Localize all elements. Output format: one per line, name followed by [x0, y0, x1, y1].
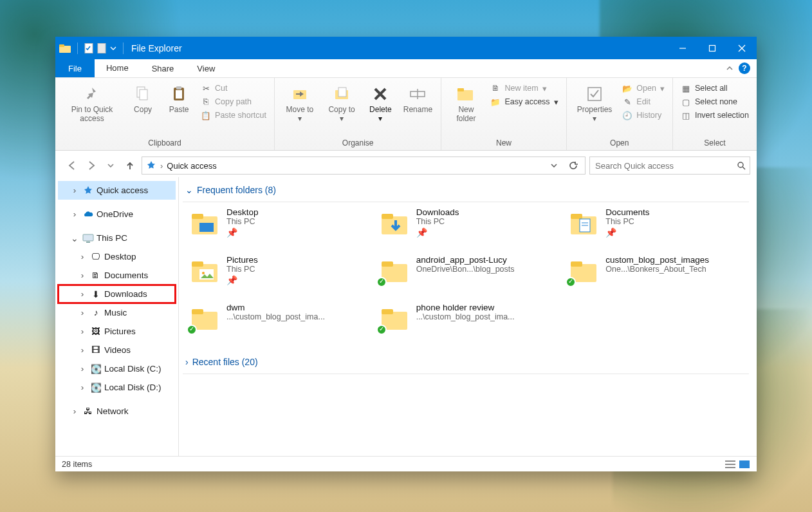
cut-button[interactable]: ✂Cut	[198, 82, 269, 94]
svg-rect-38	[382, 261, 393, 267]
pin-to-quick-access-button[interactable]: Pin to Quick access	[60, 81, 124, 126]
folder-path: One...\Bonkers_About_Tech	[605, 265, 709, 274]
svg-point-36	[202, 272, 205, 274]
properties-button[interactable]: Properties▾	[572, 81, 618, 126]
delete-button[interactable]: Delete▾	[364, 81, 397, 126]
section-frequent[interactable]: ⌄ Frequent folders (8)	[183, 182, 749, 200]
easy-access-button[interactable]: 📁Easy access ▾	[488, 96, 560, 108]
ribbon-tabs: File Home Share View ?	[55, 59, 757, 78]
tree-pictures[interactable]: ›🖼Pictures	[58, 322, 176, 341]
folder-name: dwm	[226, 303, 325, 312]
tab-view[interactable]: View	[185, 59, 226, 77]
back-button[interactable]	[64, 158, 80, 173]
chevron-right-icon: ›	[69, 209, 80, 219]
folder-item[interactable]: DesktopThis PC📌	[189, 206, 370, 247]
help-icon[interactable]: ?	[739, 62, 750, 74]
folder-item[interactable]: PicturesThis PC📌	[189, 254, 370, 295]
tab-home[interactable]: Home	[95, 59, 140, 77]
history-button[interactable]: 🕘History	[620, 109, 667, 121]
chevron-right-icon: ›	[77, 383, 88, 392]
folder-name: Documents	[605, 207, 649, 217]
chevron-right-icon: ›	[77, 308, 88, 318]
tree-local-d[interactable]: ›💽Local Disk (D:)	[58, 378, 176, 397]
move-to-button[interactable]: Move to ▾	[280, 81, 320, 126]
qat-separator-2	[123, 43, 124, 54]
close-button[interactable]	[727, 37, 757, 59]
tree-quick-access[interactable]: › Quick access	[58, 181, 176, 200]
invert-selection-button[interactable]: ◫Invert selection	[678, 109, 752, 121]
copy-to-button[interactable]: Copy to ▾	[322, 81, 362, 126]
tab-file[interactable]: File	[55, 59, 95, 77]
folder-app-icon	[59, 43, 71, 53]
folder-item[interactable]: DocumentsThis PC📌	[568, 206, 749, 247]
titlebar: File Explorer	[55, 37, 757, 59]
svg-rect-5	[710, 45, 715, 51]
refresh-button[interactable]	[566, 158, 581, 173]
copy-button[interactable]: Copy	[126, 81, 160, 117]
this-pc-icon	[82, 232, 94, 244]
tab-share[interactable]: Share	[140, 59, 186, 77]
folder-name: Desktop	[226, 207, 259, 217]
copy-to-icon	[331, 84, 352, 104]
recent-locations-button[interactable]	[103, 158, 118, 173]
ribbon-group-select: ▦Select all ▢Select none ◫Invert selecti…	[673, 78, 757, 150]
paste-shortcut-icon: 📋	[201, 110, 211, 120]
folder-path: ...\custom_blog_post_ima...	[226, 312, 325, 321]
paste-shortcut-button[interactable]: 📋Paste shortcut	[198, 109, 269, 121]
qat-properties-icon[interactable]	[84, 43, 93, 53]
address-bar[interactable]: › Quick access	[142, 156, 586, 175]
new-folder-button[interactable]: New folder	[447, 81, 485, 126]
svg-line-20	[743, 167, 745, 169]
address-dropdown-button[interactable]	[546, 158, 562, 173]
tree-music[interactable]: ›♪Music	[58, 303, 176, 322]
edit-button[interactable]: ✎Edit	[620, 96, 667, 108]
svg-rect-42	[192, 309, 203, 314]
network-icon: 🖧	[82, 406, 94, 417]
tree-onedrive[interactable]: › OneDrive	[58, 205, 176, 223]
details-view-icon[interactable]	[724, 460, 736, 469]
search-input[interactable]	[594, 160, 737, 171]
tree-desktop[interactable]: ›🖵Desktop	[58, 247, 176, 266]
ribbon-group-new: New folder 🗎New item ▾ 📁Easy access ▾ Ne…	[441, 78, 566, 150]
up-button[interactable]	[122, 158, 138, 173]
copy-path-button[interactable]: ⎘Copy path	[198, 96, 269, 108]
new-item-button[interactable]: 🗎New item ▾	[488, 82, 560, 94]
tree-downloads[interactable]: ›⬇Downloads	[58, 285, 176, 303]
tree-local-c[interactable]: ›💽Local Disk (C:)	[58, 359, 176, 378]
tree-documents[interactable]: ›🗎Documents	[58, 266, 176, 285]
music-icon: ♪	[90, 307, 102, 319]
breadcrumb[interactable]: Quick access	[167, 161, 216, 171]
rename-button[interactable]: Rename	[400, 81, 436, 117]
qat-dropdown-icon[interactable]	[110, 45, 116, 52]
collapse-ribbon-icon[interactable]	[726, 64, 734, 72]
folder-item[interactable]: dwm...\custom_blog_post_ima...	[189, 301, 370, 343]
select-all-button[interactable]: ▦Select all	[678, 82, 752, 94]
navigation-bar: › Quick access	[55, 155, 757, 177]
large-icons-view-icon[interactable]	[739, 460, 750, 469]
open-icon: 📂	[622, 83, 632, 93]
search-icon[interactable]	[737, 161, 746, 170]
folder-item[interactable]: phone holder review...\custom_blog_post_…	[379, 301, 560, 343]
history-icon: 🕘	[622, 110, 632, 120]
folder-item[interactable]: custom_blog_post_imagesOne...\Bonkers_Ab…	[568, 254, 749, 295]
open-button[interactable]: 📂Open ▾	[620, 82, 667, 94]
maximize-button[interactable]	[697, 37, 727, 59]
tree-this-pc[interactable]: ⌄ This PC	[58, 229, 176, 247]
paste-button[interactable]: Paste	[162, 81, 196, 117]
status-item-count: 28 items	[62, 460, 92, 469]
section-recent[interactable]: › Recent files (20)	[183, 354, 749, 372]
folder-item[interactable]: android_app_post-LucyOneDrive\Bon...\blo…	[379, 254, 560, 295]
minimize-button[interactable]	[668, 37, 697, 59]
tree-videos[interactable]: ›🎞Videos	[58, 341, 176, 359]
search-box[interactable]	[589, 156, 750, 175]
folder-name: Pictures	[226, 255, 258, 265]
tree-network[interactable]: ›🖧Network	[58, 402, 176, 421]
qat-newfolder-icon[interactable]	[97, 43, 106, 53]
svg-rect-9	[176, 90, 182, 99]
select-none-button[interactable]: ▢Select none	[678, 96, 752, 108]
new-item-icon: 🗎	[490, 83, 501, 93]
folder-icon	[379, 206, 410, 237]
folder-item[interactable]: DownloadsThis PC📌	[379, 206, 560, 247]
forward-button[interactable]	[84, 158, 99, 173]
quick-access-star-icon	[82, 185, 94, 196]
